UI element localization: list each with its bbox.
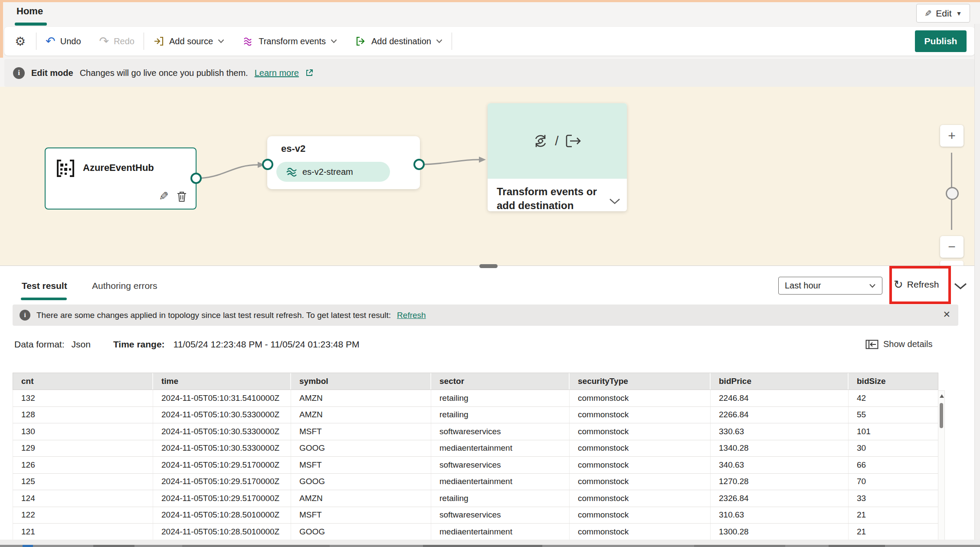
column-header[interactable]: symbol	[291, 373, 431, 390]
column-header[interactable]: bidSize	[849, 373, 938, 390]
result-meta-row: Data format: Json Time range: 11/05/24 1…	[14, 339, 359, 350]
table-cell: 2024-11-05T05:10:30.5330000Z	[153, 440, 291, 457]
column-header[interactable]: securityType	[570, 373, 711, 390]
close-banner-icon[interactable]: ✕	[943, 309, 951, 320]
redo-label: Redo	[114, 36, 134, 46]
minus-icon: −	[948, 239, 956, 254]
tab-test-result[interactable]: Test result	[22, 281, 67, 291]
node-eventstream-es-v2[interactable]: es-v2 es-v2-stream	[267, 136, 420, 189]
table-row[interactable]: 1322024-11-05T05:10:31.5410000ZAMZNretai…	[13, 390, 938, 407]
table-cell: softwareservices	[431, 423, 570, 440]
edit-mode-banner: i Edit mode Changes will go live once yo…	[4, 59, 975, 87]
zoom-slider-handle[interactable]	[946, 187, 959, 200]
add-destination-button[interactable]: Add destination	[346, 31, 452, 51]
table-cell: 33	[849, 490, 938, 507]
zoom-out-button[interactable]: −	[940, 236, 964, 258]
node-azure-event-hub[interactable]: AzureEventHub ✎	[45, 147, 197, 210]
table-cell: 21	[849, 524, 938, 540]
table-row[interactable]: 1252024-11-05T05:10:29.5170000ZGOOGmedia…	[13, 474, 938, 491]
tab-authoring-errors[interactable]: Authoring errors	[92, 281, 157, 291]
table-cell: retailing	[431, 490, 570, 507]
table-vertical-scrollbar[interactable]	[938, 390, 945, 540]
transform-events-button[interactable]: Transform events	[233, 31, 346, 51]
table-row[interactable]: 1212024-11-05T05:10:28.5010000ZGOOGmedia…	[13, 524, 938, 540]
table-cell: 2024-11-05T05:10:29.5170000Z	[153, 457, 291, 473]
fit-view-button-partial[interactable]	[940, 261, 964, 265]
table-cell: 130	[13, 423, 153, 440]
table-cell: 42	[849, 390, 938, 406]
edit-mode-message: Changes will go live once you publish th…	[80, 68, 248, 78]
pencil-icon: ✎	[924, 8, 932, 19]
table-cell: 2024-11-05T05:10:28.5010000Z	[153, 507, 291, 524]
table-row[interactable]: 1222024-11-05T05:10:28.5010000ZMSFTsoftw…	[13, 507, 938, 524]
window-chrome-left	[0, 0, 3, 58]
table-cell: 2024-11-05T05:10:29.5170000Z	[153, 490, 291, 507]
edit-mode-dropdown-button[interactable]: ✎ Edit ▼	[916, 4, 970, 23]
eventstream-editor-window: Home ✎ Edit ▼ ⚙ ↶ Undo ↷ Redo Add source	[0, 0, 980, 547]
transform-events-label: Transform events	[259, 36, 326, 46]
scroll-up-arrow-icon[interactable]	[940, 394, 944, 398]
collapse-panel-chevron-icon[interactable]	[954, 282, 967, 290]
table-cell: 1340.28	[711, 440, 849, 457]
add-source-button[interactable]: Add source	[144, 31, 233, 51]
undo-label: Undo	[60, 36, 81, 46]
result-table: cnttimesymbolsectorsecurityTypebidPriceb…	[13, 373, 938, 540]
chevron-down-icon[interactable]	[609, 198, 621, 205]
table-cell: 2266.84	[711, 407, 849, 423]
redo-button[interactable]: ↷ Redo	[90, 31, 144, 51]
table-cell: retailing	[431, 390, 570, 406]
column-header[interactable]: bidPrice	[711, 373, 849, 390]
table-cell: GOOG	[291, 524, 431, 540]
settings-button[interactable]: ⚙	[4, 31, 36, 51]
zoom-in-button[interactable]: +	[940, 125, 964, 147]
table-row[interactable]: 1282024-11-05T05:10:30.5330000ZAMZNretai…	[13, 407, 938, 424]
time-range-select[interactable]: Last hour	[778, 277, 882, 295]
column-header[interactable]: cnt	[13, 373, 153, 390]
event-hub-icon	[55, 158, 76, 179]
table-row[interactable]: 1292024-11-05T05:10:30.5330000ZGOOGmedia…	[13, 440, 938, 457]
show-details-button[interactable]: Show details	[865, 339, 932, 349]
learn-more-link[interactable]: Learn more	[255, 68, 299, 78]
topology-canvas[interactable]: AzureEventHub ✎ es-v2 es-v2-stream	[0, 87, 980, 265]
transform-cycle-icon	[532, 133, 549, 149]
placeholder-icon-area: /	[488, 103, 627, 179]
edit-node-icon[interactable]: ✎	[159, 190, 169, 203]
refresh-link[interactable]: Refresh	[397, 311, 426, 320]
panel-resize-handle[interactable]	[479, 264, 498, 268]
table-cell: GOOG	[291, 474, 431, 490]
page-scrollbar-gutter[interactable]	[974, 24, 980, 544]
table-cell: 126	[13, 457, 153, 473]
stream-pill-es-v2-stream[interactable]: es-v2-stream	[276, 162, 390, 182]
taskbar-sliver	[0, 545, 980, 547]
table-cell: MSFT	[291, 457, 431, 473]
panel-bottom-strip	[0, 540, 980, 545]
refresh-button[interactable]: ↻ Refresh	[894, 279, 939, 290]
output-port[interactable]	[413, 159, 425, 170]
table-cell: softwareservices	[431, 457, 570, 473]
chevron-down-icon	[869, 284, 876, 288]
input-port[interactable]	[262, 159, 273, 170]
table-cell: 2024-11-05T05:10:30.5330000Z	[153, 407, 291, 423]
table-cell: commonstock	[570, 440, 711, 457]
delete-node-icon[interactable]	[177, 191, 187, 203]
placeholder-transform-or-destination[interactable]: / Transform events or add destination	[488, 103, 627, 211]
column-header[interactable]: sector	[431, 373, 570, 390]
table-cell: 2326.84	[711, 490, 849, 507]
table-cell: commonstock	[570, 423, 711, 440]
undo-button[interactable]: ↶ Undo	[36, 31, 90, 51]
table-row[interactable]: 1302024-11-05T05:10:30.5330000ZMSFTsoftw…	[13, 423, 938, 440]
scrollbar-thumb[interactable]	[940, 403, 943, 428]
test-result-panel: Test result Authoring errors Last hour ↻…	[0, 265, 980, 540]
publish-button[interactable]: Publish	[915, 30, 967, 52]
table-cell: 340.63	[711, 457, 849, 473]
output-port[interactable]	[190, 173, 202, 184]
table-cell: commonstock	[570, 390, 711, 406]
table-row[interactable]: 1262024-11-05T05:10:29.5170000ZMSFTsoftw…	[13, 457, 938, 474]
table-row[interactable]: 1242024-11-05T05:10:29.5170000ZAMZNretai…	[13, 490, 938, 507]
table-cell: commonstock	[570, 407, 711, 423]
info-icon: i	[20, 310, 30, 321]
time-range-selected-value: Last hour	[785, 281, 821, 291]
column-header[interactable]: time	[153, 373, 291, 390]
tab-home-active-underline	[15, 23, 47, 26]
tab-home[interactable]: Home	[16, 6, 43, 17]
